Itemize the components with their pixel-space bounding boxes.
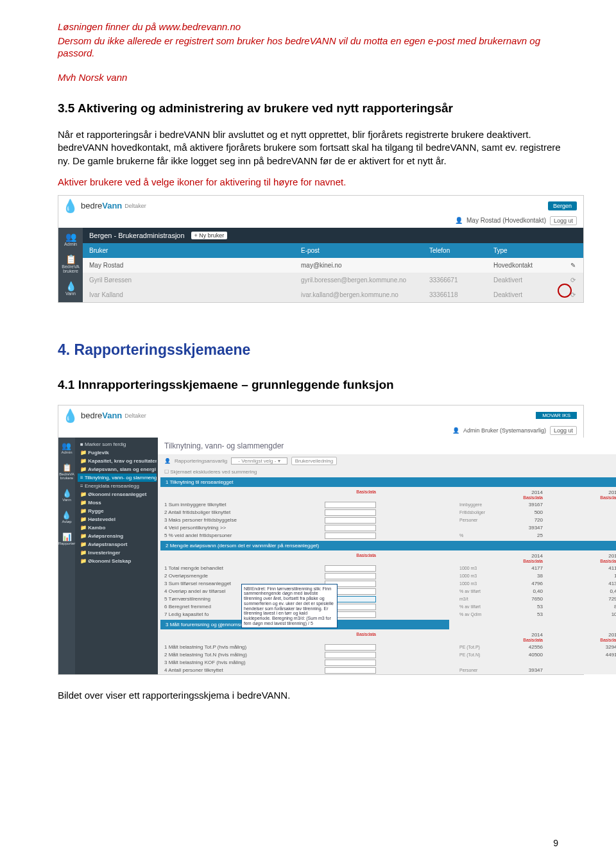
- left-rail: 👥Admin 📋BedreVA brukere 💧Vann: [58, 228, 83, 302]
- value-input[interactable]: [325, 652, 376, 658]
- th-type: Type: [493, 247, 577, 254]
- heading-4: 4. Rapporteringsskjemaene: [58, 341, 565, 359]
- form-main: Tilknytning, vann- og slammengder 👤 Rapp…: [158, 438, 616, 674]
- cell-bruker: May Rostad: [89, 262, 301, 269]
- value-input[interactable]: [325, 565, 376, 572]
- value-input[interactable]: [325, 660, 376, 666]
- value-input[interactable]: [325, 573, 376, 579]
- caption-2: Bildet over viser ett rapporteringsskjem…: [58, 689, 565, 702]
- unit-label: %: [459, 533, 498, 538]
- topbar2: 💧 bedreVann Deltaker MOVAR IKS: [58, 405, 583, 426]
- value-2014: 4177: [498, 565, 543, 571]
- logo-text: bedreVann: [81, 411, 122, 420]
- heading-4-1: 4.1 Innrapporteringsskjemaene – grunnleg…: [58, 378, 565, 392]
- table-row: Gyril Børessen gyril.boressen@bergen.kom…: [83, 273, 583, 287]
- value-2014: 39347: [498, 667, 543, 673]
- tree-item[interactable]: 📁 Kambo: [78, 524, 157, 532]
- value-2013: 32945: [575, 644, 616, 650]
- tree-item[interactable]: 📁 Fuglevik: [78, 448, 157, 457]
- basisdata-label: Basisdata: [158, 632, 466, 642]
- screenshot-skjema: 💧 bedreVann Deltaker MOVAR IKS 👤 Admin B…: [58, 405, 584, 675]
- row-label: 1 Total mengde behandlet: [164, 565, 325, 571]
- unit-label: m3/t: [459, 597, 498, 601]
- value-input[interactable]: [325, 533, 376, 539]
- admin-icon: 👥: [64, 232, 77, 242]
- rail-brukere[interactable]: 📋BedreVA brukere: [58, 254, 83, 273]
- value-2014: 7650: [498, 596, 543, 602]
- unit-label: 1000 m3: [459, 574, 498, 578]
- tree-item[interactable]: 📁 Økonomi Selskap: [78, 557, 157, 565]
- tree-item[interactable]: 📁 Moss: [78, 499, 157, 507]
- tree-item[interactable]: 📁 Investeringer: [78, 549, 157, 557]
- tree-item[interactable]: 📁 Avløpsvann, slam og energi: [78, 465, 157, 473]
- value-2014: 720: [498, 517, 543, 523]
- unit-label: % av tilført: [459, 604, 498, 609]
- basisdata-label: Basisdata: [158, 490, 466, 500]
- value-input[interactable]: [325, 517, 376, 524]
- edit-icon[interactable]: ✎: [570, 262, 576, 269]
- value-input[interactable]: [325, 525, 376, 531]
- tree-item[interactable]: 📁 Avløpstransport: [78, 540, 157, 549]
- user-icon: 👤: [452, 427, 459, 434]
- tree-item[interactable]: 📁 Kapasitet, krav og resultater: [78, 457, 157, 465]
- cell-type: Deaktivert: [493, 277, 577, 284]
- sidebar: 👥Admin 📋BedreVA brukere 💧Vann 💧Avløp 📊Ra…: [58, 438, 158, 674]
- unit-label: Fritidsboliger: [459, 510, 498, 515]
- value-input[interactable]: [325, 502, 376, 508]
- vann-icon: 💧: [65, 281, 76, 291]
- body-text-3-5: Når et rapporteringsår i bedreVANN blir …: [58, 128, 565, 167]
- highlight-circle: [558, 284, 572, 298]
- tree-item[interactable]: 📁 Rygge: [78, 507, 157, 515]
- value-input[interactable]: [325, 667, 376, 674]
- tree-item[interactable]: 📁 Høstevedel: [78, 515, 157, 524]
- heading-3-5: 3.5 Aktivering og administrering av bruk…: [58, 101, 565, 115]
- tree-item[interactable]: ≡ Energidata renseanlegg: [78, 482, 157, 490]
- value-2014: 53: [498, 604, 543, 610]
- table-row: Ivar Kalland ivar.kalland@bergen.kommune…: [83, 287, 583, 302]
- value-2013: 0,44: [575, 588, 616, 594]
- data-row: 3 Sum tilførsel renseanlegget1000 m34796…: [158, 580, 616, 588]
- logout-button[interactable]: Logg ut: [550, 426, 577, 435]
- responsible-select[interactable]: - Vennligst velg - ▾: [231, 457, 287, 465]
- rail-vann[interactable]: 💧Vann: [65, 281, 76, 296]
- logo: 💧 bedreVann Deltaker: [62, 198, 146, 214]
- intro-signoff: Mvh Norsk vann: [58, 71, 565, 84]
- unit-label: 1000 m3: [459, 566, 498, 570]
- value-2014: 53: [498, 611, 543, 617]
- row-label: 4 Antall personer tilknyttet: [164, 667, 325, 673]
- page-title: Bergen - Brukeradministrasjon: [89, 232, 185, 239]
- intro-line-1: Løsningen finner du på www.bedrevann.no: [58, 21, 565, 33]
- value-2014: 38: [498, 573, 543, 579]
- nav-tree: ■ Marker som ferdig 📁 Fuglevik 📁 Kapasit…: [58, 438, 158, 572]
- tree-item[interactable]: 📁 Avløpsrensing: [78, 532, 157, 540]
- brukerveiledning-button[interactable]: Brukerveiledning: [291, 457, 338, 465]
- rail-admin[interactable]: 👥Admin: [64, 232, 77, 246]
- data-row: 3 Målt belastning KOF (hvis måling): [158, 659, 616, 667]
- row-label: 2 Overløpsmengde: [164, 573, 325, 579]
- intro-line-2: Dersom du ikke allerede er registrert so…: [58, 35, 565, 60]
- tree-item[interactable]: 📁 Økonomi renseanlegget: [78, 490, 157, 499]
- cell-epost: gyril.boressen@bergen.kommune.no: [301, 277, 429, 284]
- tree-item[interactable]: ■ Marker som ferdig: [78, 440, 157, 448]
- logout-button[interactable]: Logg ut: [550, 216, 577, 225]
- drop-icon: 💧: [62, 408, 78, 423]
- value-2013: 4136: [575, 581, 616, 586]
- value-input[interactable]: [325, 509, 376, 516]
- topbar: 💧 bedreVann Deltaker Bergen: [58, 196, 583, 216]
- data-row: 2 Antall fritidsboliger tilknyttetFritid…: [158, 509, 616, 516]
- value-2013: 7297: [575, 596, 616, 602]
- row-label: 3 Målt belastning KOF (hvis måling): [164, 660, 325, 665]
- activate-icon[interactable]: ⟳: [570, 277, 576, 284]
- deltaker-badge: Deltaker: [124, 413, 146, 419]
- exclude-checkbox[interactable]: ☐ Skjemaet ekskluderes ved summering: [158, 468, 616, 476]
- tree-item-selected[interactable]: ≡ Tilknytning, vann- og slammengder: [78, 473, 157, 482]
- form-title: Tilknytning, vann- og slammengder: [158, 438, 616, 454]
- new-user-button[interactable]: + Ny bruker: [191, 232, 228, 239]
- row-label: 2 Antall fritidsboliger tilknyttet: [164, 509, 325, 515]
- value-2014: 39167: [498, 502, 543, 507]
- value-input[interactable]: [325, 644, 376, 651]
- th-bruker: Bruker: [89, 247, 301, 254]
- intro-block: Løsningen finner du på www.bedrevann.no …: [58, 21, 565, 83]
- data-row: 6 Beregnet fremmed% av tilført5384: [158, 603, 616, 611]
- responsible-label: Rapporteringsansvarlig: [175, 458, 227, 464]
